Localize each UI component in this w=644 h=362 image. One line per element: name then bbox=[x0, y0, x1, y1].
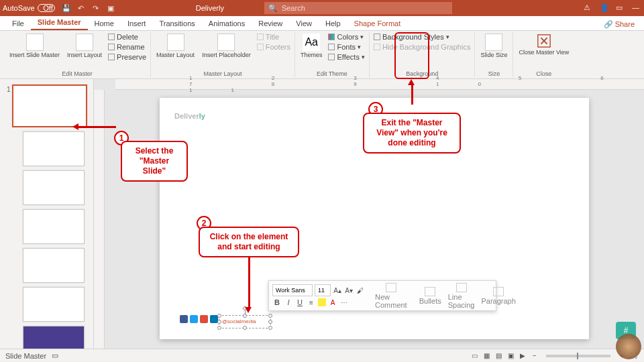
layout-icon bbox=[76, 34, 93, 51]
sorter-view-icon[interactable]: ▤ bbox=[494, 351, 503, 361]
title-checkbox[interactable]: Title bbox=[256, 32, 292, 42]
tab-file[interactable]: File bbox=[5, 17, 31, 30]
search-placeholder: Search bbox=[282, 4, 305, 12]
normal-view-icon[interactable]: ▦ bbox=[482, 351, 491, 361]
colors-icon bbox=[328, 34, 335, 40]
layout-thumbnail[interactable] bbox=[23, 131, 85, 166]
accessibility-icon[interactable]: ▭ bbox=[52, 351, 58, 360]
slide-size-button[interactable]: Slide Size bbox=[478, 32, 510, 60]
tab-review[interactable]: Review bbox=[252, 17, 289, 30]
resize-handle[interactable] bbox=[268, 326, 272, 330]
grow-font-icon[interactable]: A▴ bbox=[333, 286, 342, 295]
zoom-out-icon[interactable]: − bbox=[530, 351, 539, 361]
rename-button[interactable]: Rename bbox=[107, 42, 148, 52]
new-comment-button[interactable]: New Comment bbox=[373, 283, 409, 309]
share-button[interactable]: 🔗 Share bbox=[600, 19, 639, 30]
close-icon bbox=[537, 34, 551, 48]
bullets-button[interactable]: Bullets bbox=[417, 287, 443, 305]
font-color-icon[interactable]: A bbox=[328, 298, 337, 307]
font-select[interactable]: Work Sans bbox=[272, 284, 313, 296]
font-size-select[interactable]: 11 bbox=[315, 284, 331, 296]
shrink-font-icon[interactable]: A▾ bbox=[344, 286, 354, 295]
redo-icon[interactable]: ↷ bbox=[91, 3, 101, 13]
save-icon[interactable]: 💾 bbox=[62, 3, 71, 13]
social-handle-text[interactable]: @socialmedia bbox=[222, 318, 256, 324]
bg-styles-icon bbox=[374, 34, 380, 40]
tab-transitions[interactable]: Transitions bbox=[152, 17, 201, 30]
layout-thumbnail[interactable] bbox=[23, 170, 85, 205]
tab-view[interactable]: View bbox=[289, 17, 319, 30]
bold-icon[interactable]: B bbox=[272, 298, 282, 307]
preserve-button[interactable]: Preserve bbox=[107, 52, 148, 62]
format-painter-icon[interactable]: 🖌 bbox=[356, 286, 365, 295]
ellipsis-icon[interactable]: ⋯ bbox=[339, 298, 349, 307]
effects-button[interactable]: Effects ▾ bbox=[327, 52, 366, 62]
master-thumbnail[interactable]: 1 bbox=[12, 84, 87, 127]
tab-slide-master[interactable]: Slide Master bbox=[31, 15, 88, 30]
mini-toolbar[interactable]: Work Sans 11 A▴ A▾ 🖌 B I U ≡ bbox=[268, 280, 496, 311]
resize-handle[interactable] bbox=[243, 314, 247, 318]
bullets-icon bbox=[425, 287, 435, 296]
delete-button[interactable]: Delete bbox=[107, 32, 148, 42]
ribbon-options-icon[interactable]: ▭ bbox=[616, 3, 625, 13]
warning-icon[interactable]: ⚠ bbox=[584, 3, 593, 13]
resize-handle[interactable] bbox=[268, 320, 272, 324]
tab-animations[interactable]: Animations bbox=[202, 17, 252, 30]
google-icon[interactable] bbox=[200, 315, 208, 323]
annotation-bubble-2: Click on the element and start editing bbox=[199, 227, 299, 257]
autosave-toggle[interactable]: AutoSave Off bbox=[3, 4, 55, 12]
insert-slide-master-button[interactable]: Insert Slide Master bbox=[7, 32, 62, 60]
highlight-icon[interactable] bbox=[318, 298, 326, 306]
line-spacing-button[interactable]: Line Spacing bbox=[446, 283, 477, 309]
master-layout-button[interactable]: Master Layout bbox=[154, 32, 197, 60]
resize-handle[interactable] bbox=[268, 314, 272, 318]
twitter-icon[interactable] bbox=[190, 315, 198, 323]
account-icon[interactable]: 👤 bbox=[600, 3, 609, 13]
minimize-icon[interactable]: — bbox=[632, 3, 641, 13]
colors-button[interactable]: Colors ▾ bbox=[327, 32, 366, 42]
selected-textbox[interactable]: @socialmedia bbox=[219, 315, 271, 328]
background-styles-button[interactable]: Background Styles ▾ bbox=[372, 32, 472, 42]
search-box[interactable]: 🔍 Search bbox=[264, 2, 452, 14]
layout-thumbnail[interactable] bbox=[23, 287, 85, 322]
annotation-bubble-1: Select the "Master Slide" bbox=[121, 141, 188, 182]
resize-handle[interactable] bbox=[217, 320, 221, 324]
vertical-ruler bbox=[94, 90, 105, 349]
slideshow-icon[interactable]: ▶ bbox=[518, 351, 527, 361]
fonts-button[interactable]: Fonts ▾ bbox=[327, 42, 366, 52]
tab-shape-format[interactable]: Shape Format bbox=[347, 17, 408, 30]
underline-icon[interactable]: U bbox=[295, 298, 305, 307]
logo-text[interactable]: Deliverly bbox=[174, 110, 205, 121]
undo-icon[interactable]: ↶ bbox=[76, 3, 86, 13]
zoom-slider[interactable] bbox=[546, 355, 610, 357]
tab-help[interactable]: Help bbox=[319, 17, 347, 30]
paragraph-button[interactable]: Paragraph bbox=[479, 287, 517, 305]
reading-view-icon[interactable]: ▣ bbox=[506, 351, 515, 361]
thumbnail-panel[interactable]: 1 bbox=[0, 79, 94, 349]
start-slideshow-icon[interactable]: ▣ bbox=[106, 3, 115, 13]
align-icon[interactable]: ≡ bbox=[307, 298, 316, 307]
layout-thumbnail[interactable] bbox=[23, 209, 85, 244]
notes-icon[interactable]: ▭ bbox=[470, 351, 479, 361]
resize-handle[interactable] bbox=[217, 314, 221, 318]
group-label: Edit Master bbox=[62, 70, 93, 77]
facebook-icon[interactable] bbox=[180, 315, 188, 323]
insert-layout-button[interactable]: Insert Layout bbox=[64, 32, 105, 60]
resize-handle[interactable] bbox=[243, 326, 247, 330]
autosave-switch[interactable]: Off bbox=[38, 4, 55, 12]
layout-thumbnail[interactable] bbox=[23, 326, 85, 349]
resize-handle[interactable] bbox=[217, 326, 221, 330]
themes-button[interactable]: AaThemes bbox=[298, 32, 325, 60]
layout-thumbnail[interactable] bbox=[23, 248, 85, 283]
line-spacing-icon bbox=[456, 283, 467, 292]
tab-insert[interactable]: Insert bbox=[121, 17, 153, 30]
close-master-view-button[interactable]: Close Master View bbox=[516, 32, 572, 58]
hide-bg-checkbox[interactable]: Hide Background Graphics bbox=[372, 42, 472, 52]
arrowhead-icon bbox=[72, 123, 78, 130]
document-title: Deliverly bbox=[196, 4, 224, 12]
insert-placeholder-button[interactable]: Insert Placeholder bbox=[199, 32, 254, 60]
italic-icon[interactable]: I bbox=[284, 298, 293, 307]
footers-checkbox[interactable]: Footers bbox=[256, 42, 292, 52]
social-icons[interactable] bbox=[180, 315, 218, 323]
tab-home[interactable]: Home bbox=[88, 17, 121, 30]
